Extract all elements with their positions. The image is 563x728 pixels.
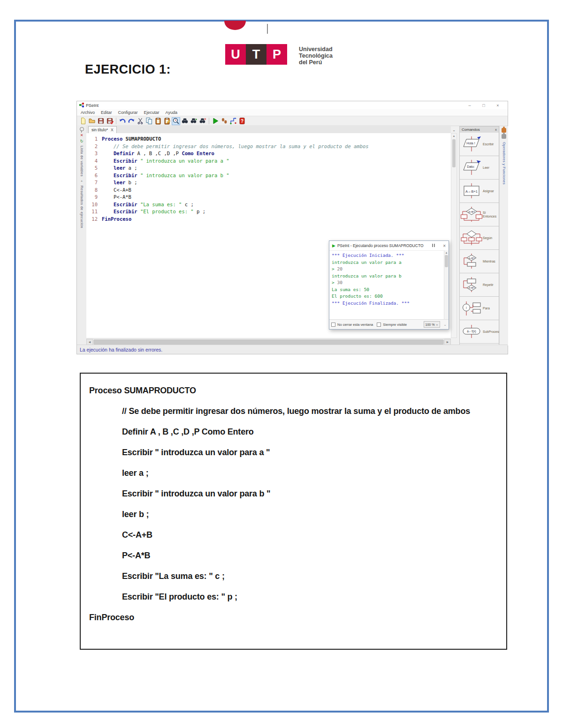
execution-close-button[interactable]: × <box>443 243 446 248</box>
command-label: Escribir <box>483 143 498 146</box>
copy-icon[interactable] <box>145 117 153 125</box>
no-cerrar-checkbox[interactable] <box>331 323 335 327</box>
open-file-icon[interactable] <box>88 117 96 125</box>
line-number: 8 <box>86 187 102 194</box>
scroll-up-icon[interactable]: ▲ <box>444 250 449 255</box>
command-segun[interactable]: Según <box>460 226 499 250</box>
command-si-entonces[interactable]: A<B?Si Entonces <box>460 203 499 226</box>
panel-strip-divider: + <box>81 179 83 183</box>
menu-editar[interactable]: Editar <box>101 110 112 115</box>
siempre-visible-label: Siempre visible <box>383 323 407 327</box>
code-line: 3Definir A , B ,C ,D ,P Como Entero <box>86 150 451 158</box>
text-segment: P<-A*B <box>114 194 131 200</box>
tab-list-caret-icon[interactable]: ⌄ <box>452 128 456 132</box>
menu-ejecutar[interactable]: Ejecutar <box>144 110 160 115</box>
tab-sin-titulo[interactable]: sin título* X <box>88 126 117 133</box>
execution-titlebar: ▶ PSeInt - Ejecutando proceso SUMAPRODUC… <box>329 241 449 251</box>
siempre-visible-checkbox[interactable] <box>377 323 381 327</box>
commands-panel-close-icon[interactable]: x <box>495 128 497 132</box>
menu-bar: ArchivoEditarConfigurarEjecutarAyuda <box>77 109 508 116</box>
puzzle-orange-icon[interactable] <box>502 128 506 133</box>
resize-grip-icon[interactable]: ⌄ <box>443 323 447 327</box>
text-segment: " introduzca un valor para b " <box>140 173 229 178</box>
new-file-icon[interactable] <box>79 117 87 125</box>
menu-ayuda[interactable]: Ayuda <box>166 110 177 115</box>
run-icon[interactable] <box>211 117 220 125</box>
execution-window: ▶ PSeInt - Ejecutando proceso SUMAPRODUC… <box>329 240 449 330</box>
error-marker-icon: ✕ <box>80 134 84 137</box>
scrollbar-thumb[interactable] <box>93 339 444 345</box>
command-repetir[interactable]: A<B?Repetir <box>460 273 499 297</box>
find-icon[interactable] <box>172 117 180 125</box>
utp-org-line: Universidad <box>299 46 333 53</box>
cut-icon[interactable] <box>136 117 145 125</box>
command-escribir[interactable]: Hola !Escribir <box>460 133 499 156</box>
text-segment: introduzca un valor para a <box>332 260 402 265</box>
panel-tab-resultados[interactable]: Resultados de ejecución <box>80 186 84 228</box>
pseint-app-icon <box>79 103 84 108</box>
command-asignar[interactable]: A←B+1Asignar <box>460 180 499 203</box>
menu-configurar[interactable]: Configurar <box>118 110 138 115</box>
search-icon[interactable] <box>181 117 189 125</box>
pseudocode-line: Proceso SUMAPRODUCTO <box>81 380 506 401</box>
code-text: Escribir " introduzca un valor para b " <box>102 172 229 180</box>
font-size-control[interactable]: 100 % ⌄ <box>424 321 441 328</box>
svg-text:a←f(x): a←f(x) <box>467 330 476 333</box>
step-run-icon[interactable] <box>220 117 228 125</box>
code-line: 2// Se debe permitir ingresar dos número… <box>86 143 451 150</box>
command-leer[interactable]: Dato:Leer <box>460 156 499 180</box>
line-number: 1 <box>86 135 102 143</box>
command-mientras[interactable]: A<B?Mientras <box>460 250 499 273</box>
paste-icon[interactable] <box>154 117 162 125</box>
text-segment: 30 <box>337 280 342 285</box>
vertical-scrollbar[interactable]: ▲ <box>451 133 457 338</box>
scrollbar-thumb[interactable] <box>445 255 448 267</box>
utp-logo-block-u: U <box>225 44 246 65</box>
console-line: > 30 <box>332 279 444 286</box>
pseudocode-line: P<-A*B <box>81 545 506 566</box>
menu-archivo[interactable]: Archivo <box>81 110 95 115</box>
utp-org-line: Tecnológica <box>299 53 333 59</box>
segun-icon <box>461 230 482 246</box>
redo-icon[interactable] <box>127 117 136 125</box>
panel-tab-operadores[interactable]: Operadores y Funciones <box>502 142 506 185</box>
asignar-icon: A←B+1 <box>461 183 482 199</box>
maximize-button[interactable]: □ <box>477 103 491 108</box>
toolbar-separator <box>209 118 209 124</box>
replace-icon[interactable] <box>198 117 207 125</box>
command-para[interactable]: iPara <box>460 297 499 320</box>
scroll-up-icon[interactable]: ▲ <box>451 134 456 138</box>
scrollbar-thumb[interactable] <box>452 139 456 167</box>
console-scrollbar[interactable]: ▲ <box>444 250 449 320</box>
save-icon[interactable] <box>97 117 105 125</box>
minimize-button[interactable]: – <box>463 103 477 108</box>
utp-logo-text: Universidad Tecnológica del Perú <box>299 46 333 66</box>
edit-paste-icon[interactable] <box>163 117 171 125</box>
search-next-icon[interactable] <box>190 117 198 125</box>
escribir-icon: Hola ! <box>461 136 482 152</box>
puzzle-gray-icon[interactable] <box>502 134 506 139</box>
code-text: FinProceso <box>102 216 131 223</box>
text-segment: Escribir <box>114 202 140 207</box>
console-line: *** Ejecución Iniciada. *** <box>332 252 444 259</box>
tab-bar: sin título* X ⌄ <box>86 125 451 133</box>
undo-icon[interactable] <box>118 117 127 125</box>
panel-tab-variables[interactable]: Lista de variables <box>80 146 84 177</box>
close-button[interactable]: × <box>491 103 505 108</box>
svg-text:Dato:: Dato: <box>467 165 475 168</box>
text-segment: > <box>332 280 337 285</box>
code-text: Escribir "El producto es: " p ; <box>102 208 205 216</box>
line-number: 9 <box>86 194 102 201</box>
command-subprocesos[interactable]: a←f(x)SubProcesos <box>460 320 499 344</box>
help-icon[interactable]: ? <box>238 117 246 125</box>
save-as-icon[interactable] <box>106 117 114 125</box>
svg-text:A<B?: A<B? <box>469 256 475 259</box>
tab-close-icon[interactable]: X <box>111 128 114 132</box>
no-cerrar-label: No cerrar esta ventana <box>337 323 373 327</box>
pin-icon[interactable] <box>80 127 84 131</box>
pause-button[interactable] <box>432 243 435 248</box>
chevron-down-icon: ⌄ <box>435 323 438 326</box>
console-output[interactable]: *** Ejecución Iniciada. *** introduzca u… <box>329 250 444 320</box>
code-line: 7leer b ; <box>86 179 451 187</box>
flow-diagram-icon[interactable] <box>229 117 237 125</box>
